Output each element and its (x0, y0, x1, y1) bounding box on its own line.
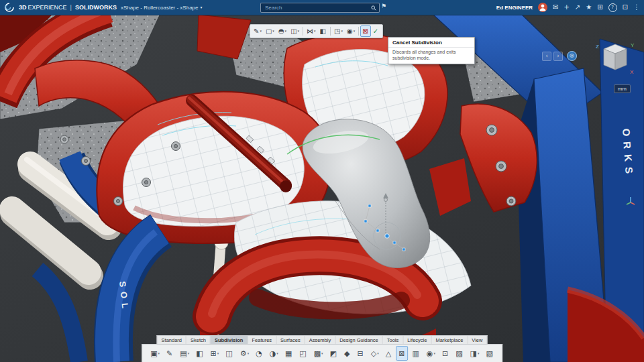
open-share-icon[interactable]: ↗ (575, 4, 580, 11)
breadcrumb[interactable]: xShape - Rollercoaster - xShape ▾ (121, 5, 203, 11)
widget-icon[interactable]: ⊡ (623, 4, 628, 11)
mirror-button[interactable]: ◧ (318, 25, 329, 37)
add-icon[interactable]: + (564, 4, 569, 11)
chevron-down-icon[interactable]: ▾ (478, 352, 480, 355)
chevron-down-icon[interactable]: ▾ (248, 352, 250, 355)
axis-z-label: Z (596, 44, 599, 50)
tool-icon: ▤ (180, 350, 186, 357)
brand-solidworks: SOLIDWORKS (75, 4, 117, 11)
box-select-tool-icon[interactable]: ⊡ (439, 346, 451, 361)
brand-lockup: 3DEXPERIENCE | SOLIDWORKS (19, 4, 117, 11)
next-view-button[interactable]: › (553, 52, 563, 61)
tool-icon: ▧ (486, 350, 492, 357)
select-tool-icon[interactable]: ▣▾ (148, 346, 162, 361)
material-tool-icon[interactable]: ◩ (327, 346, 340, 361)
tooltip: Cancel Subdivision Discards all changes … (388, 37, 475, 64)
avatar[interactable] (538, 3, 547, 12)
mirror-tool-icon[interactable]: ◫ (223, 346, 235, 361)
revolve-tool-icon[interactable]: ◧ (193, 346, 206, 361)
chevron-down-icon[interactable]: ▾ (341, 29, 343, 33)
3ds-logo[interactable] (4, 3, 15, 12)
separator (303, 27, 303, 36)
mesh-tool-icon[interactable]: ▦ (282, 346, 295, 361)
brand-experience: EXPERIENCE (28, 4, 67, 11)
chevron-down-icon[interactable]: ▾ (272, 29, 274, 33)
chevron-down-icon[interactable]: ▾ (158, 352, 160, 355)
tool-icon: △ (386, 350, 391, 357)
viewport-3d[interactable]: ORKS (0, 15, 644, 362)
chevron-down-icon[interactable]: ▾ (354, 29, 356, 33)
search-input[interactable] (264, 4, 371, 11)
search-box[interactable] (260, 3, 380, 13)
extrude-tool-icon[interactable]: ▤▾ (177, 346, 192, 361)
tool-icon: ▩ (314, 350, 321, 357)
tool-icon: ⊞ (211, 350, 217, 357)
chevron-down-icon[interactable]: ▾ (217, 352, 219, 355)
apps-grid-icon[interactable]: ⊞ (597, 4, 602, 11)
chevron-down-icon[interactable]: ▾ (285, 29, 287, 33)
search-icon[interactable] (371, 5, 376, 11)
chevron-down-icon[interactable]: ▾ (321, 352, 323, 355)
tool-icon: ◰ (299, 350, 306, 357)
chevron-down-icon[interactable]: ▾ (314, 29, 316, 33)
primitive-cylinder-button[interactable]: ◫▾ (288, 25, 301, 37)
freestyle-button[interactable]: ✎▾ (252, 25, 264, 37)
triangle-tool-icon[interactable]: △ (383, 346, 394, 361)
display-mode-button[interactable]: ◳▾ (332, 25, 345, 37)
surface-tool-icon[interactable]: ▧ (483, 346, 496, 361)
tag-icon[interactable]: ⚑ (381, 3, 386, 9)
user-name[interactable]: Ed ENGINEER (496, 5, 533, 11)
help-icon[interactable]: ? (608, 3, 617, 12)
assistant-badge[interactable]: ◎ (567, 51, 577, 61)
primitive-box-button[interactable]: ▢▾ (264, 25, 276, 37)
tooltip-title: Cancel Subdivision (388, 38, 474, 48)
boolean-tool-icon[interactable]: ⊟ (354, 346, 366, 361)
appearance-tool-icon[interactable]: ▩▾ (311, 346, 326, 361)
previous-view-button[interactable]: ‹ (542, 52, 551, 61)
view-navigation: ‹ › ◎ (542, 51, 577, 61)
mate-tool-icon[interactable]: ◆ (341, 346, 353, 361)
cancel-subdivision-button[interactable]: ⊠ (360, 25, 370, 37)
viewport[interactable]: ORKS (0, 15, 644, 362)
chevron-down-icon[interactable]: ▾ (377, 352, 379, 355)
confirm-subdivision-button[interactable]: ✓ (371, 25, 381, 37)
tool-icon: ▨ (455, 350, 462, 357)
hatch-tool-icon[interactable]: ▨ (453, 346, 466, 361)
subdivision-tool-icon[interactable]: ⊠ (396, 346, 408, 361)
chevron-down-icon[interactable]: ▾ (260, 29, 262, 33)
separator (358, 27, 359, 36)
chevron-down-icon[interactable]: ▾ (433, 352, 435, 355)
action-bar-tabs: StandardSketchSubdivisionFeaturesSurface… (157, 335, 488, 345)
chevron-down-icon[interactable]: ▾ (188, 352, 190, 355)
measure-tool-icon[interactable]: ◔ (253, 346, 266, 361)
shell-tool-icon[interactable]: ◨▾ (468, 346, 482, 361)
spline-tool-icon[interactable]: ◇▾ (368, 346, 382, 361)
primitive-sphere-button[interactable]: ◓▾ (276, 25, 288, 37)
tool-icon: ⊡ (442, 350, 448, 357)
sketch-tool-icon[interactable]: ✎ (164, 346, 176, 361)
top-app-bar: 3DEXPERIENCE | SOLIDWORKS xShape - Rolle… (0, 0, 644, 15)
view-cube[interactable]: Z Y X (592, 39, 639, 83)
tool-icon: ◓ (278, 28, 284, 35)
chevron-down-icon[interactable]: ▾ (298, 29, 300, 33)
favorites-icon[interactable]: ★ (586, 4, 592, 11)
visibility-tool-icon[interactable]: ◉▾ (424, 346, 438, 361)
pattern-tool-icon[interactable]: ⊞▾ (208, 346, 222, 361)
frame-tool-icon[interactable]: ◰ (297, 346, 309, 361)
section-tool-icon[interactable]: ◑▾ (267, 346, 281, 361)
brand-3d: 3D (19, 4, 27, 11)
topbar-right-cluster: Ed ENGINEER ✉+↗★⊞?⊡⋮ (496, 3, 640, 12)
visibility-button[interactable]: ◉▾ (345, 25, 357, 37)
more-options-icon[interactable]: ⋮ (633, 4, 640, 11)
grid-tool-icon[interactable]: ▥ (409, 346, 422, 361)
separator (330, 27, 331, 36)
chevron-down-icon[interactable]: ▾ (276, 352, 278, 355)
symmetry-button[interactable]: ⋈▾ (305, 25, 318, 37)
tool-icon: ▣ (150, 350, 157, 357)
chevron-down-icon[interactable]: ▾ (201, 5, 203, 9)
unit-selector[interactable]: mm (614, 84, 631, 93)
settings-tool-icon[interactable]: ⚙▾ (237, 346, 252, 361)
orientation-triad-icon[interactable] (625, 196, 636, 209)
share-icon[interactable]: ✉ (553, 4, 558, 11)
tooltip-body: Discards all changes and exits subdivisi… (388, 48, 474, 64)
